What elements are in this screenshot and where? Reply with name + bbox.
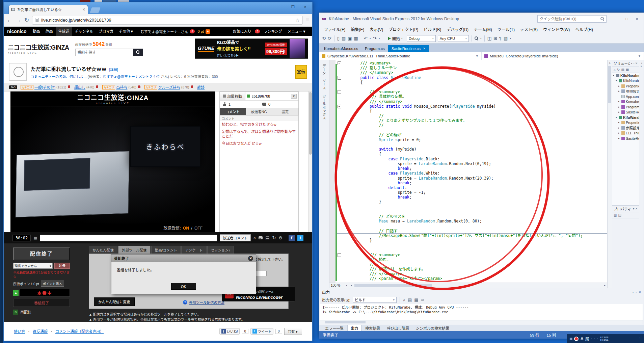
- user-name[interactable]: むずでょ@電王トーナ...さん: [140, 29, 188, 34]
- search-button[interactable]: [133, 49, 143, 56]
- debug-configuration-combo[interactable]: Debug▾: [407, 35, 436, 42]
- toolbar-icon[interactable]: ¶: [499, 36, 502, 41]
- keyboard-icon[interactable]: ▣: [569, 337, 572, 341]
- change-to-easy-button[interactable]: かんたん配信に変更: [94, 297, 135, 306]
- maximize-button[interactable]: □: [623, 16, 631, 22]
- fold-marker[interactable]: [337, 104, 342, 109]
- detail-link[interactable]: [詳細]: [109, 67, 118, 72]
- chevron-down-icon[interactable]: ▾: [633, 207, 634, 210]
- zoom-combo[interactable]: 100 %▾: [329, 283, 349, 288]
- menu-item[interactable]: ツール(T): [495, 25, 517, 33]
- comment-tab[interactable]: 放送者NG: [246, 108, 272, 115]
- tree-expander-icon[interactable]: ▸: [618, 137, 621, 140]
- close-tab-icon[interactable]: ✕: [423, 47, 426, 50]
- tag-item[interactable]: カテゴリ凸待ち(548): [102, 84, 140, 90]
- dock-icon[interactable]: ▸: [639, 64, 644, 68]
- output-scrollbar[interactable]: [320, 320, 643, 324]
- collapse-all-icon[interactable]: ▤: [621, 68, 624, 72]
- code-line[interactable]: [337, 243, 607, 247]
- ginza-logo[interactable]: ニコニコ生放送:GINZA niconico LIVE: [8, 43, 69, 54]
- code-line[interactable]: /// 具体的な妄想。: [337, 94, 607, 99]
- facebook-like-button[interactable]: fいいね!: [219, 328, 240, 335]
- open-file-icon[interactable]: ▤: [342, 36, 346, 41]
- ime-tool-icon[interactable]: ▫: [597, 337, 598, 341]
- code-line[interactable]: break;: [337, 181, 607, 185]
- program-search-input[interactable]: [75, 49, 133, 56]
- footer-link[interactable]: 違反通報: [33, 328, 48, 334]
- chevron-down-icon[interactable]: ▾: [631, 62, 632, 65]
- tree-expander-icon[interactable]: ▸: [618, 111, 621, 113]
- comment-toggle-icon[interactable]: [259, 236, 263, 239]
- code-line[interactable]: sprite = LarabeRandom.Random.Next(0,19);: [337, 161, 607, 166]
- menu-item[interactable]: ファイル(F): [321, 25, 348, 33]
- tag-item[interactable]: カテゴリ一般(その他)(1321): [21, 84, 70, 90]
- extend-button[interactable]: 延長: [54, 263, 70, 269]
- start-debug-button[interactable]: 開始 ▾: [386, 35, 405, 42]
- code-line[interactable]: /// </summary>: [337, 70, 607, 75]
- tree-item[interactable]: ▾KifuNarabe: [612, 78, 639, 84]
- indicator-margin[interactable]: [329, 60, 336, 283]
- close-icon[interactable]: ✕: [635, 207, 638, 210]
- platform-combo[interactable]: Any CPU▾: [438, 35, 469, 42]
- code-line[interactable]: Masu masu = LarabeRandom.Random.Next(0, …: [337, 219, 607, 223]
- url-text[interactable]: live.nicovideo.jp/watch/lv203181739: [41, 18, 293, 23]
- refresh-icon[interactable]: ↻: [617, 68, 620, 72]
- nav-item[interactable]: 生放送: [56, 27, 72, 36]
- code-line[interactable]: /// <param name="kifu"></param>: [337, 276, 607, 281]
- settings-gear-icon[interactable]: ⚙: [278, 235, 283, 240]
- tab-close-icon[interactable]: ✕: [82, 7, 85, 12]
- tag-link[interactable]: 雑談: [197, 84, 205, 90]
- scrollbar-thumb[interactable]: [354, 284, 432, 287]
- tree-expander-icon[interactable]: ▸: [618, 132, 621, 134]
- page-scrollbar[interactable]: [308, 91, 312, 232]
- ime-input-mode[interactable]: A: [580, 336, 583, 341]
- broadcaster-comment-button[interactable]: 放送者コメント: [220, 234, 251, 241]
- code-line[interactable]: //MessageBox.Show("駒["+(int)sprite+"]が、マ…: [337, 233, 607, 238]
- tweet-button[interactable]: tツイート: [250, 328, 273, 335]
- chrome-titlebar[interactable]: ただ単に垂れ流している☆ ✕ ─ ❐ ×: [4, 2, 312, 14]
- code-line[interactable]: }: [337, 200, 607, 204]
- dialog-close-icon[interactable]: ✕: [248, 256, 253, 261]
- code-line[interactable]: [337, 128, 607, 133]
- menu-item[interactable]: チーム(M): [471, 25, 495, 33]
- reload-icon[interactable]: ↻: [24, 17, 29, 23]
- broadcast-tab[interactable]: アンケート: [181, 246, 206, 254]
- tool-window-tab[interactable]: データ ソース: [322, 64, 327, 89]
- tree-expander-icon[interactable]: ▸: [618, 85, 621, 87]
- broadcast-tab[interactable]: 外部ツール配信: [118, 246, 151, 254]
- toolbar-icon[interactable]: ▧: [504, 36, 508, 41]
- toggle-icon[interactable]: ≋: [421, 298, 425, 302]
- solution-explorer-header[interactable]: ソリューション エクスプローラー ▾ ▫ ✕: [612, 60, 639, 67]
- nav-item[interactable]: ブロマガ: [96, 27, 116, 36]
- tree-expander-icon[interactable]: ▸: [618, 127, 621, 129]
- footer-link[interactable]: コメント通報（配信者専用）: [55, 328, 104, 334]
- code-line[interactable]: case Playerside.White:: [337, 171, 607, 176]
- code-line[interactable]: /// 読む。: [337, 257, 607, 262]
- code-line[interactable]: public static void Mousou_Concrete(Playe…: [337, 104, 607, 109]
- tree-item[interactable]: ▾KifuNarabe: [612, 73, 639, 78]
- save-all-icon[interactable]: ▦: [354, 36, 358, 41]
- menu-item[interactable]: テスト(S): [517, 25, 540, 33]
- categorized-icon[interactable]: ▦: [614, 213, 617, 217]
- scroll-up-icon[interactable]: ▴: [608, 60, 612, 64]
- code-line[interactable]: {: [337, 152, 607, 157]
- find-message-icon[interactable]: ⌕: [403, 298, 405, 302]
- code-line[interactable]: [337, 247, 607, 252]
- member-dropdown[interactable]: Mousou_Concrete(Playerside myPside) ▼: [482, 52, 644, 60]
- tree-item[interactable]: ▸L11_Think: [612, 131, 639, 136]
- end-broadcast-button[interactable]: 配信終了: [13, 247, 70, 260]
- code-line[interactable]: // とりあえずサンプルとして１つ作ってみます。: [337, 118, 607, 123]
- quick-launch-box[interactable]: [537, 15, 607, 23]
- properties-icon[interactable]: ▦: [626, 68, 629, 72]
- toolbar-icon[interactable]: ◫: [487, 36, 491, 41]
- buy-points-button[interactable]: ポイント購入: [41, 281, 64, 287]
- ad-banner[interactable]: GTUNE IGZO液晶で 俺の嫁を美しく!! 詳しくはこちら▶ GTX860M…: [195, 38, 308, 59]
- twitter-icon[interactable]: t: [297, 235, 303, 241]
- close-icon[interactable]: ✕: [635, 62, 638, 65]
- fold-marker[interactable]: [337, 75, 342, 80]
- dialog-ok-button[interactable]: OK: [171, 283, 196, 290]
- close-button[interactable]: ×: [301, 4, 310, 10]
- scroll-right-icon[interactable]: ▸: [602, 284, 607, 287]
- menu-item[interactable]: ビルド(B): [421, 25, 444, 33]
- tree-expander-icon[interactable]: ▾: [613, 74, 616, 77]
